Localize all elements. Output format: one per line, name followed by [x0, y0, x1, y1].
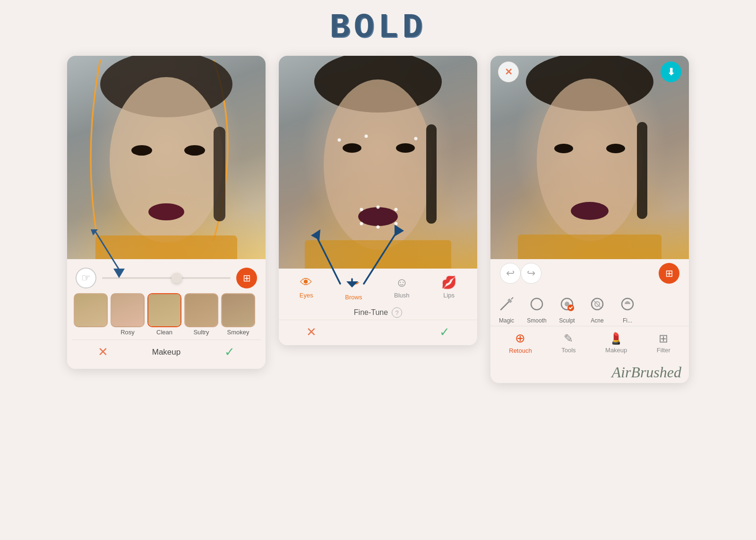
center-photo-area [279, 56, 477, 269]
page-title: BOLD [0, 0, 756, 47]
help-icon[interactable]: ? [392, 307, 402, 318]
thumb-label-clean: Clean [156, 329, 172, 336]
right-compare-button[interactable]: ⊞ [659, 263, 679, 284]
panels-container: ☞ ⊞ [0, 47, 756, 383]
svg-point-2 [131, 145, 152, 156]
svg-point-21 [360, 222, 363, 226]
thumb-label-smokey: Smokey [227, 329, 249, 336]
svg-marker-7 [113, 269, 125, 278]
svg-rect-14 [426, 124, 437, 224]
retouch-icon: ⊕ [515, 331, 525, 346]
tool-smooth[interactable]: Smooth [524, 292, 550, 324]
svg-rect-32 [518, 235, 662, 259]
nav-tools[interactable]: ✎ Tools [561, 332, 576, 354]
fi-icon [616, 292, 639, 316]
fine-tune-label: Fine-Tune [354, 308, 388, 317]
left-bottom-nav: ✕ Makeup ✓ [72, 340, 261, 365]
right-face-features [490, 56, 689, 259]
svg-line-36 [511, 297, 513, 299]
tab-eyes[interactable]: 👁 Eyes [300, 275, 313, 301]
tab-lips[interactable]: 💋 Lips [441, 275, 456, 301]
sculpt-icon [555, 292, 579, 316]
thumb-clean[interactable] [147, 293, 181, 327]
tab-blush-label: Blush [394, 292, 410, 299]
right-face-bg [490, 56, 689, 259]
svg-point-29 [554, 144, 573, 153]
list-item[interactable]: Sultry [184, 293, 218, 336]
center-face-features [279, 56, 477, 269]
close-button[interactable]: ✕ [498, 61, 519, 82]
acne-icon [585, 292, 609, 316]
list-item[interactable]: Smokey [221, 293, 255, 336]
nav-retouch[interactable]: ⊕ Retouch [509, 331, 532, 354]
left-slider-row: ☞ ⊞ [72, 265, 261, 293]
svg-point-15 [338, 139, 341, 142]
blush-icon: ☺ [395, 275, 408, 290]
left-cancel-button[interactable]: ✕ [98, 345, 108, 359]
undo-button[interactable]: ↩ [500, 263, 521, 284]
svg-point-3 [184, 145, 205, 156]
tool-magic[interactable]: Magic [493, 292, 520, 324]
right-top-buttons: ✕ ⬇ [490, 61, 689, 82]
fine-tune-bar: Fine-Tune ? [279, 304, 477, 320]
tab-brows[interactable]: 〜 Brows [345, 275, 362, 301]
makeup-icon: 💄 [609, 332, 623, 345]
svg-point-20 [395, 208, 398, 211]
svg-line-34 [501, 301, 509, 310]
nav-makeup-label: Makeup [605, 347, 627, 354]
center-confirm-button[interactable]: ✓ [439, 325, 450, 340]
thumb-smokey[interactable] [221, 293, 255, 327]
nav-retouch-label: Retouch [509, 347, 532, 354]
right-tool-tabs: Magic Smooth [490, 287, 689, 326]
right-panel: ✕ ⬇ [490, 56, 689, 383]
tool-sculpt[interactable]: Sculpt [554, 292, 580, 324]
left-photo-area [67, 56, 266, 259]
nav-makeup[interactable]: 💄 Makeup [605, 332, 627, 354]
nav-filter-label: Filter [657, 347, 670, 354]
thumb-none[interactable] [74, 293, 108, 327]
tool-acne[interactable]: Acne [584, 292, 610, 324]
svg-point-17 [414, 137, 418, 140]
nav-filter[interactable]: ⊞ Filter [657, 332, 670, 354]
intensity-slider[interactable] [102, 277, 231, 279]
left-confirm-button[interactable]: ✓ [224, 345, 235, 359]
thumb-rosy[interactable] [111, 293, 145, 327]
download-button[interactable]: ⬇ [661, 61, 681, 82]
svg-point-31 [571, 202, 609, 220]
tool-fi-label: Fi... [623, 317, 632, 324]
svg-point-37 [531, 298, 542, 310]
list-item[interactable] [74, 293, 108, 336]
tab-blush[interactable]: ☺ Blush [394, 275, 410, 301]
thumb-label-rosy: Rosy [120, 329, 135, 336]
center-bottom-nav: ✕ ✓ [279, 320, 477, 345]
left-face-features [67, 56, 266, 259]
tab-brows-label: Brows [345, 294, 362, 301]
center-face-bg [279, 56, 477, 269]
tool-acne-label: Acne [591, 317, 603, 324]
left-panel: ☞ ⊞ [67, 56, 266, 369]
magic-icon [495, 292, 518, 316]
svg-point-22 [377, 226, 380, 229]
tool-fi[interactable]: Fi... [614, 292, 641, 324]
svg-point-16 [365, 135, 368, 138]
thumb-sultry[interactable] [184, 293, 218, 327]
list-item[interactable]: Clean [147, 293, 181, 336]
svg-rect-33 [637, 122, 647, 219]
brows-icon: 〜 [347, 275, 360, 292]
tool-sculpt-label: Sculpt [559, 317, 575, 324]
right-bottom-nav: ⊕ Retouch ✎ Tools 💄 Makeup ⊞ Filter [490, 326, 689, 360]
tab-lips-label: Lips [443, 292, 455, 299]
filter-icon: ⊞ [659, 332, 668, 345]
svg-point-30 [606, 144, 625, 153]
svg-point-11 [396, 143, 415, 153]
tool-magic-label: Magic [499, 317, 514, 324]
tools-icon: ✎ [564, 332, 573, 345]
redo-button[interactable]: ↪ [521, 263, 541, 284]
tab-eyes-label: Eyes [300, 292, 313, 299]
compare-button[interactable]: ⊞ [236, 268, 257, 288]
lips-icon: 💋 [441, 275, 456, 290]
hand-tool-icon[interactable]: ☞ [76, 268, 96, 288]
center-cancel-button[interactable]: ✕ [306, 325, 317, 340]
list-item[interactable]: Rosy [111, 293, 145, 336]
svg-rect-6 [214, 127, 225, 221]
